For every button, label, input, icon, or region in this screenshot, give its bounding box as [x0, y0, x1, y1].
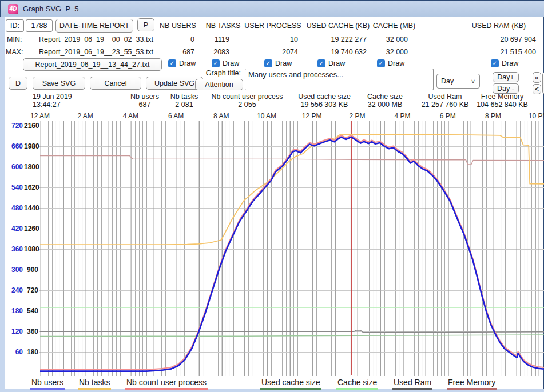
- chevron-down-icon: ∨: [471, 78, 475, 85]
- datetime-report-button[interactable]: DATE-TIME REPORT: [55, 19, 133, 33]
- y-axis-label-users: 240: [2, 286, 23, 294]
- column-header: CACHE (MB): [351, 22, 437, 30]
- draw-checkbox-group[interactable]: ✓Draw: [264, 59, 292, 67]
- rewind-fast-button[interactable]: «: [533, 72, 541, 83]
- max-value-cell: 2074: [229, 48, 298, 56]
- checkbox-checked-icon[interactable]: ✓: [212, 59, 220, 67]
- min-value-cell: 20 697 904: [467, 35, 536, 43]
- y-axis-label-main: 180: [24, 348, 38, 356]
- y-axis-label-main: 900: [24, 266, 38, 274]
- x-axis-label: 8 PM: [473, 112, 513, 120]
- draw-label: Draw: [275, 59, 292, 67]
- save-svg-button[interactable]: Save SVG: [33, 77, 85, 90]
- day-plus-button[interactable]: Day+: [493, 72, 519, 82]
- x-axis-label: 6 PM: [428, 112, 468, 120]
- y-axis-label-users: 60: [2, 348, 23, 356]
- update-svg-button[interactable]: Update SVG: [146, 77, 203, 90]
- y-axis-label-users: 720: [2, 122, 23, 130]
- legend-item-used-ram[interactable]: Used Ram: [392, 378, 432, 390]
- x-axis-label: 8 AM: [201, 112, 241, 120]
- max-value-cell: 32 000: [339, 48, 408, 56]
- x-axis-label: 2 AM: [65, 112, 105, 120]
- min-row-label: MIN:: [7, 35, 22, 43]
- draw-label: Draw: [328, 59, 345, 67]
- cancel-button[interactable]: Cancel: [90, 77, 141, 90]
- graph-title-label: Graph title:: [196, 69, 241, 77]
- checkbox-checked-icon[interactable]: ✓: [317, 59, 325, 67]
- draw-label: Draw: [179, 59, 196, 67]
- checkbox-checked-icon[interactable]: ✓: [168, 59, 176, 67]
- y-axis-label-users: 420: [2, 225, 23, 233]
- max-value-cell: 2083: [161, 48, 229, 56]
- draw-checkbox-group[interactable]: ✓Draw: [168, 59, 196, 67]
- y-axis-label-users: 360: [2, 245, 23, 253]
- min-value-cell: 1119: [161, 35, 229, 43]
- draw-checkbox-group[interactable]: ✓Draw: [212, 59, 239, 67]
- stats-date: 19 Jun 2019: [33, 93, 72, 101]
- x-axis-label: 2 PM: [337, 112, 377, 120]
- checkbox-checked-icon[interactable]: ✓: [264, 59, 272, 67]
- y-axis-label-main: 360: [24, 327, 38, 335]
- y-axis-label-main: 540: [24, 307, 38, 315]
- d-button[interactable]: D: [9, 77, 27, 90]
- column-header: USED RAM (KB): [456, 22, 542, 30]
- x-axis-label: 12 AM: [20, 112, 60, 120]
- legend-item-nb-tasks[interactable]: Nb tasks: [78, 378, 111, 390]
- legend-item-used-cache-size[interactable]: Used cache size: [260, 378, 321, 390]
- y-axis-label-users: 300: [2, 266, 23, 274]
- plot-area[interactable]: [39, 121, 544, 376]
- max-value-cell: 21 515 400: [467, 48, 536, 56]
- y-axis-label-users: 120: [2, 327, 23, 335]
- stat-column: Free Memory104 652 840 KB: [454, 93, 544, 109]
- draw-label: Draw: [502, 59, 518, 67]
- y-axis-label-main: 1080: [24, 245, 38, 253]
- y-axis-label-users: 600: [2, 163, 23, 171]
- stats-time: 13:44:27: [33, 101, 61, 109]
- graph-title-input[interactable]: Many users and processes...: [245, 69, 434, 90]
- y-axis-label-main: 1260: [24, 225, 38, 233]
- legend-item-free-memory[interactable]: Free Memory: [447, 378, 497, 390]
- stat-value: 104 652 840 KB: [454, 101, 544, 109]
- min-value-cell: 32 000: [339, 35, 408, 43]
- y-axis-label-main: 2160: [24, 122, 38, 130]
- draw-checkbox-group[interactable]: ✓Draw: [491, 59, 518, 67]
- window-title: Graph SVG P_5: [23, 5, 79, 13]
- max-row-label: MAX:: [6, 48, 23, 56]
- y-axis-label-main: 1620: [24, 183, 38, 191]
- stat-label: Free Memory: [454, 93, 544, 101]
- draw-checkbox-group[interactable]: ✓Draw: [377, 59, 404, 67]
- legend-item-nb-users[interactable]: Nb users: [30, 378, 65, 390]
- x-axis-label: 10 AM: [247, 112, 287, 120]
- draw-label: Draw: [388, 59, 404, 67]
- x-axis-label: 4 PM: [383, 112, 423, 120]
- x-axis-label: 4 AM: [110, 112, 150, 120]
- y-axis-label-main: 1980: [24, 142, 38, 150]
- interval-select[interactable]: Day∨: [436, 74, 480, 89]
- current-report-button[interactable]: Report_2019_06_19__13_44_27.txt: [23, 58, 162, 71]
- attention-button[interactable]: Attention: [195, 79, 243, 90]
- app-window: 4D Graph SVG P_5 ID: 1788 DATE-TIME REPO…: [0, 0, 544, 392]
- checkbox-checked-icon[interactable]: ✓: [491, 59, 499, 67]
- min-value-cell: 10: [229, 35, 298, 43]
- x-axis-label: 12 PM: [292, 112, 332, 120]
- y-axis-label-main: 1440: [24, 204, 38, 212]
- id-label-box: ID:: [6, 19, 24, 32]
- app-icon: 4D: [8, 4, 18, 14]
- legend-item-nb-count-user-process[interactable]: Nb count user process: [125, 378, 208, 390]
- draw-checkbox-group[interactable]: ✓Draw: [317, 59, 345, 67]
- id-value-field[interactable]: 1788: [26, 19, 53, 32]
- y-axis-label-main: 720: [24, 286, 38, 294]
- y-axis-label-users: 180: [2, 307, 23, 315]
- y-axis-label-main: 1800: [24, 163, 38, 171]
- draw-label: Draw: [223, 59, 239, 67]
- y-axis-label-users: 660: [2, 142, 23, 150]
- title-bar[interactable]: 4D Graph SVG P_5: [0, 0, 544, 17]
- y-axis-label-users: 540: [2, 183, 23, 191]
- x-axis-label: 6 AM: [156, 112, 196, 120]
- y-axis-label-users: 480: [2, 204, 23, 212]
- checkbox-checked-icon[interactable]: ✓: [377, 59, 385, 67]
- legend-item-cache-size[interactable]: Cache size: [336, 378, 378, 390]
- x-axis-label: 10 PM: [518, 112, 544, 120]
